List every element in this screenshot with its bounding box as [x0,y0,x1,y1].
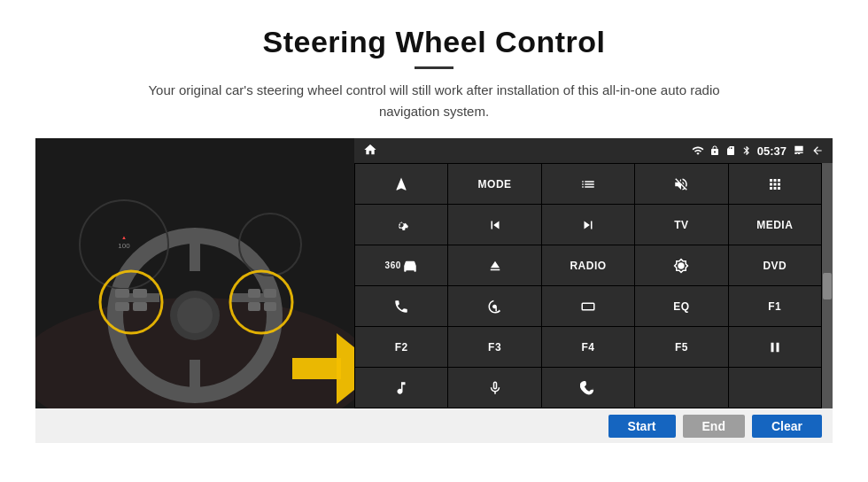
brightness-icon [673,258,689,274]
title-section: Steering Wheel Control Your original car… [35,25,833,122]
svg-text:100: 100 [118,242,130,250]
btn-swipe[interactable] [448,286,540,326]
btn-brightness[interactable] [635,245,727,285]
mic-icon [487,380,503,396]
page-wrapper: Steering Wheel Control Your original car… [0,0,868,443]
wifi-icon [692,144,704,157]
status-bar: 05:37 [354,138,833,163]
svg-text:▲: ▲ [121,235,127,240]
subtitle: Your original car's steering wheel contr… [124,80,744,122]
btn-apps[interactable] [729,164,821,204]
svg-rect-22 [264,302,276,311]
lock-icon [709,145,720,156]
btn-radio[interactable]: RADIO [542,245,634,285]
btn-list[interactable] [542,164,634,204]
btn-rectangle[interactable] [542,286,634,326]
end-button[interactable]: End [683,415,745,438]
btn-tv[interactable]: TV [635,205,727,245]
eject-icon [487,258,503,274]
btn-music[interactable] [355,368,447,408]
svg-rect-25 [582,303,594,310]
title-divider [415,66,453,69]
btn-eq[interactable]: EQ [635,286,727,326]
phone-icon [393,299,409,315]
btn-empty1 [635,368,727,408]
settings-icon [393,217,409,233]
btn-media[interactable]: MEDIA [729,205,821,245]
radio-panel: 05:37 MODE [354,138,833,408]
btn-prev[interactable] [448,205,540,245]
music-icon [393,380,409,396]
btn-f1[interactable]: F1 [729,286,821,326]
btn-phone[interactable] [355,286,447,326]
rectangle-icon [580,299,596,315]
mute-icon [673,176,689,192]
navigate-icon [393,176,409,192]
sd-icon [725,145,736,156]
bluetooth-icon [741,145,752,156]
btn-navigate[interactable] [355,164,447,204]
btn-eject[interactable] [448,245,540,285]
360-label: 360 [385,260,401,270]
next-icon [580,217,596,233]
status-right: 05:37 [692,144,824,158]
btn-next[interactable] [542,205,634,245]
start-button[interactable]: Start [608,415,676,438]
car-small-icon [402,258,418,274]
car-image: 100 ▲ [35,138,354,408]
svg-rect-21 [248,302,260,311]
svg-rect-16 [133,289,147,298]
status-time: 05:37 [757,144,787,158]
button-grid: MODE [354,163,822,408]
btn-f3[interactable]: F3 [448,327,540,367]
btn-empty2 [729,368,821,408]
svg-rect-18 [133,302,147,311]
btn-phone-end[interactable] [542,368,634,408]
svg-rect-15 [115,289,129,298]
home-icon [363,143,377,157]
svg-point-8 [177,298,213,333]
btn-f2[interactable]: F2 [355,327,447,367]
scrollbar[interactable] [822,163,833,408]
clear-button[interactable]: Clear [752,415,822,438]
content-area: 100 ▲ [35,138,833,408]
svg-rect-17 [115,302,129,311]
list-icon [580,176,596,192]
btn-mode[interactable]: MODE [448,164,540,204]
status-left [363,143,377,159]
prev-icon [487,217,503,233]
apps-icon [767,176,783,192]
screen-icon [792,144,806,157]
btn-mute[interactable] [635,164,727,204]
svg-rect-20 [264,289,276,298]
play-pause-icon [767,339,783,355]
swipe-icon [487,299,503,315]
scroll-thumb [823,273,832,299]
panel-inner: MODE [354,163,833,408]
btn-dvd[interactable]: DVD [729,245,821,285]
action-bar: Start End Clear [35,408,833,443]
btn-f4[interactable]: F4 [542,327,634,367]
btn-f5[interactable]: F5 [635,327,727,367]
page-title: Steering Wheel Control [35,25,833,59]
btn-settings[interactable] [355,205,447,245]
btn-mic[interactable] [448,368,540,408]
btn-360[interactable]: 360 [355,245,447,285]
phone-end-icon [580,380,596,396]
svg-rect-24 [292,358,341,379]
svg-rect-19 [248,289,260,298]
back-icon [811,144,824,157]
btn-play-pause[interactable] [729,327,821,367]
